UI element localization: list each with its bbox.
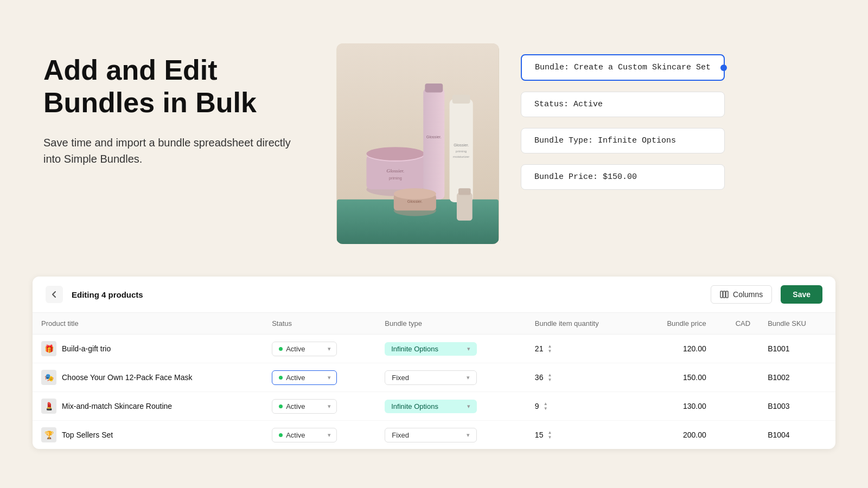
hero-text: Add and Edit Bundles in Bulk Save time a… — [43, 43, 304, 167]
bundle-type-cell[interactable]: Fixed ▾ — [376, 363, 526, 392]
back-button[interactable] — [46, 286, 63, 303]
qty-up-arrow[interactable]: ▲ — [547, 373, 552, 377]
svg-point-18 — [394, 188, 436, 200]
hero-subtitle: Save time and import a bundle spreadshee… — [43, 134, 304, 167]
bundle-type-dropdown[interactable]: Fixed ▾ — [385, 428, 477, 442]
qty-up-arrow[interactable]: ▲ — [547, 344, 552, 349]
quantity-cell: 21 ▲ ▼ — [526, 335, 637, 363]
sku-cell: B1004 — [759, 421, 835, 450]
bundle-name-label: Bundle: Create a Custom Skincare Set — [535, 63, 711, 72]
quantity-stepper[interactable]: ▲ ▼ — [547, 344, 552, 354]
col-currency: CAD — [715, 313, 759, 335]
save-button[interactable]: Save — [781, 285, 822, 304]
product-name: Choose Your Own 12-Pack Face Mask — [62, 373, 192, 382]
price-cell: 150.00 — [637, 363, 715, 392]
svg-text:priming: priming — [456, 149, 467, 153]
sku-value: B1001 — [768, 344, 789, 353]
bundle-type-value: Fixed — [392, 374, 409, 382]
table-row: 💄 Mix-and-match Skincare Routine Active … — [33, 392, 835, 421]
chevron-down-icon: ▾ — [328, 345, 331, 352]
chevron-down-icon: ▾ — [328, 374, 331, 381]
quantity-stepper[interactable]: ▲ ▼ — [544, 402, 548, 411]
product-title-cell: 🏆 Top Sellers Set — [33, 421, 263, 450]
bundle-type-label: Bundle Type: Infinite Options — [534, 136, 676, 145]
quantity-cell: 36 ▲ ▼ — [526, 363, 637, 392]
col-bundle-type: Bundle type — [376, 313, 526, 335]
blue-dot-indicator — [720, 65, 727, 71]
qty-down-arrow[interactable]: ▼ — [547, 349, 552, 354]
qty-up-arrow[interactable]: ▲ — [544, 402, 548, 406]
qty-down-arrow[interactable]: ▼ — [544, 407, 548, 411]
status-cell[interactable]: Active ▾ — [263, 335, 376, 363]
bundle-type-cell[interactable]: Fixed ▾ — [376, 421, 526, 450]
table-row: 🏆 Top Sellers Set Active ▾ Fixed ▾ 15 — [33, 421, 835, 450]
table-row: 🎭 Choose Your Own 12-Pack Face Mask Acti… — [33, 363, 835, 392]
price-value: 130.00 — [683, 402, 706, 410]
product-tags: Bundle: Create a Custom Skincare Set Sta… — [521, 43, 725, 190]
columns-icon — [720, 290, 729, 299]
bundle-type-dropdown[interactable]: Infinite Options ▾ — [385, 400, 477, 413]
status-cell[interactable]: Active ▾ — [263, 363, 376, 392]
svg-text:Glossier.: Glossier. — [407, 199, 423, 204]
qty-down-arrow[interactable]: ▼ — [547, 378, 552, 382]
price-cell: 120.00 — [637, 335, 715, 363]
currency-cell — [715, 335, 759, 363]
bundle-type-cell[interactable]: Infinite Options ▾ — [376, 335, 526, 363]
product-name: Build-a-gift trio — [62, 344, 111, 353]
status-cell[interactable]: Active ▾ — [263, 392, 376, 421]
product-icon: 💄 — [41, 399, 56, 414]
bundle-type-value: Infinite Options — [391, 402, 438, 410]
status-label: Status: Active — [534, 100, 603, 109]
currency-cell — [715, 392, 759, 421]
price-value: 150.00 — [683, 373, 706, 382]
status-dropdown[interactable]: Active ▾ — [272, 428, 337, 442]
columns-button[interactable]: Columns — [711, 285, 772, 304]
col-bundle-price: Bundle price — [637, 313, 715, 335]
hero-section: Add and Edit Bundles in Bulk Save time a… — [0, 0, 868, 266]
chevron-down-icon: ▾ — [328, 403, 331, 410]
status-dot-icon — [279, 376, 283, 380]
status-dropdown[interactable]: Active ▾ — [272, 399, 337, 414]
col-product-title: Product title — [33, 313, 263, 335]
bundle-type-dropdown[interactable]: Fixed ▾ — [385, 370, 477, 385]
status-value: Active — [286, 345, 305, 353]
bundle-type-dropdown[interactable]: Infinite Options ▾ — [385, 342, 477, 356]
quantity-stepper[interactable]: ▲ ▼ — [547, 373, 552, 382]
svg-rect-8 — [423, 88, 444, 200]
status-dropdown[interactable]: Active ▾ — [272, 342, 337, 356]
table-header: Editing 4 products Columns Save — [33, 277, 835, 313]
col-status: Status — [263, 313, 376, 335]
svg-text:Glossier.: Glossier. — [387, 168, 405, 174]
product-image-bg: Glossier. priming Glossier. Glossier. pr… — [336, 43, 499, 244]
col-bundle-sku: Bundle SKU — [759, 313, 835, 335]
svg-text:Glossier.: Glossier. — [426, 134, 442, 139]
price-value: 200.00 — [683, 431, 706, 439]
quantity-stepper[interactable]: ▲ ▼ — [547, 431, 552, 440]
qty-up-arrow[interactable]: ▲ — [547, 431, 552, 435]
sku-value: B1003 — [768, 402, 789, 410]
price-value: 120.00 — [683, 344, 706, 353]
sku-cell: B1003 — [759, 392, 835, 421]
status-value: Active — [286, 402, 305, 410]
svg-rect-23 — [723, 291, 725, 298]
status-dropdown[interactable]: Active ▾ — [272, 370, 337, 385]
svg-point-5 — [366, 147, 424, 160]
qty-down-arrow[interactable]: ▼ — [547, 435, 552, 440]
status-value: Active — [286, 431, 305, 439]
status-dot-icon — [279, 404, 283, 408]
bundle-price-label: Bundle Price: $150.00 — [534, 172, 637, 182]
table-header-row: Product title Status Bundle type Bundle … — [33, 313, 835, 335]
status-value: Active — [286, 374, 305, 382]
product-name: Mix-and-match Skincare Routine — [62, 402, 172, 410]
bundle-type-cell[interactable]: Infinite Options ▾ — [376, 392, 526, 421]
sku-value: B1002 — [768, 373, 789, 382]
product-title-cell: 🎁 Build-a-gift trio — [33, 335, 263, 363]
chevron-down-icon: ▾ — [467, 403, 470, 410]
quantity-value: 21 — [535, 344, 544, 353]
product-icon: 🎭 — [41, 370, 56, 385]
svg-text:priming: priming — [389, 176, 402, 181]
chevron-down-icon: ▾ — [328, 432, 331, 439]
sku-cell: B1001 — [759, 335, 835, 363]
product-name: Top Sellers Set — [62, 431, 113, 439]
status-cell[interactable]: Active ▾ — [263, 421, 376, 450]
